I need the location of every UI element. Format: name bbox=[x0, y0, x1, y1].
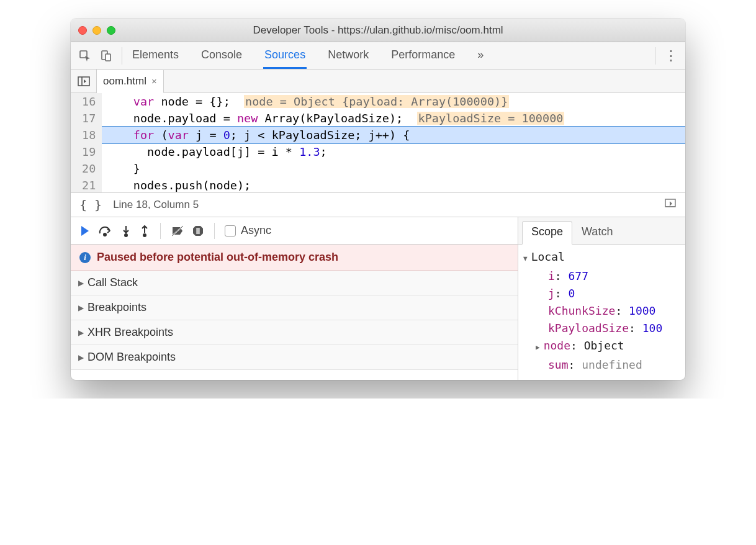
svg-rect-2 bbox=[106, 54, 110, 61]
step-over-icon[interactable] bbox=[98, 225, 113, 237]
info-icon: i bbox=[79, 252, 91, 263]
scope-variable: kChunkSize: 1000 bbox=[523, 302, 685, 320]
scope-variable: sum: undefined bbox=[523, 356, 685, 374]
svg-point-5 bbox=[104, 233, 106, 236]
code-line[interactable]: node.payload[j] = i * 1.3; bbox=[102, 143, 685, 160]
pretty-print-icon[interactable]: { } bbox=[79, 197, 102, 212]
panel-tabs: Elements Console Sources Network Perform… bbox=[127, 42, 485, 69]
tab-scope[interactable]: Scope bbox=[522, 221, 572, 245]
pause-banner: i Paused before potential out-of-memory … bbox=[71, 245, 518, 271]
section-dom-breakpoints[interactable]: ▶DOM Breakpoints bbox=[71, 345, 518, 370]
pause-on-exceptions-icon[interactable] bbox=[192, 225, 204, 237]
code-editor[interactable]: 16171819202122 var node = {}; node = Obj… bbox=[71, 93, 685, 192]
zoom-window-button[interactable] bbox=[107, 26, 115, 35]
async-label: Async bbox=[241, 224, 271, 237]
file-tab-name: oom.html bbox=[103, 75, 146, 88]
scope-body: Local i: 677j: 0kChunkSize: 1000kPayload… bbox=[518, 245, 685, 380]
debugger-left: Async i Paused before potential out-of-m… bbox=[71, 217, 518, 380]
section-breakpoints[interactable]: ▶Breakpoints bbox=[71, 295, 518, 320]
tab-elements[interactable]: Elements bbox=[131, 42, 180, 69]
file-tab[interactable]: oom.html × bbox=[97, 70, 164, 93]
inspect-element-icon[interactable] bbox=[74, 45, 96, 66]
kebab-menu-icon[interactable]: ⋮ bbox=[660, 45, 682, 66]
devtools-window: Developer Tools - https://ulan.github.io… bbox=[71, 19, 685, 380]
step-out-icon[interactable] bbox=[139, 225, 150, 237]
traffic-lights bbox=[78, 26, 115, 35]
scope-variable: i: 677 bbox=[523, 268, 685, 285]
tabs-overflow-button[interactable]: » bbox=[476, 42, 485, 69]
svg-point-7 bbox=[143, 234, 146, 236]
tab-network[interactable]: Network bbox=[326, 42, 370, 69]
close-file-icon[interactable]: × bbox=[151, 76, 157, 86]
pause-message: Paused before potential out-of-memory cr… bbox=[97, 251, 338, 264]
tab-console[interactable]: Console bbox=[200, 42, 243, 69]
window-title: Developer Tools - https://ulan.github.io… bbox=[71, 24, 685, 37]
debugger-pane: Async i Paused before potential out-of-m… bbox=[71, 217, 685, 380]
tab-watch[interactable]: Watch bbox=[572, 221, 622, 244]
section-call-stack[interactable]: ▶Call Stack bbox=[71, 271, 518, 295]
close-window-button[interactable] bbox=[78, 26, 87, 35]
resume-icon[interactable] bbox=[77, 225, 91, 237]
section-xhr-breakpoints[interactable]: ▶XHR Breakpoints bbox=[71, 320, 518, 345]
titlebar: Developer Tools - https://ulan.github.io… bbox=[71, 19, 685, 42]
svg-rect-9 bbox=[199, 228, 200, 234]
scope-variable: kPayloadSize: 100 bbox=[523, 320, 685, 337]
code-line[interactable]: } bbox=[102, 160, 685, 177]
coverage-toggle-icon[interactable] bbox=[664, 198, 677, 212]
editor-statusbar: { } Line 18, Column 5 bbox=[71, 192, 685, 217]
file-tabbar: oom.html × bbox=[71, 70, 685, 93]
code-line[interactable]: var node = {}; node = Object {payload: A… bbox=[102, 93, 685, 110]
tab-sources[interactable]: Sources bbox=[263, 42, 307, 69]
scope-panel: Scope Watch Local i: 677j: 0kChunkSize: … bbox=[518, 217, 685, 380]
checkbox-icon[interactable] bbox=[225, 225, 236, 236]
svg-rect-8 bbox=[197, 228, 198, 234]
scope-local[interactable]: Local bbox=[523, 248, 685, 268]
code-line[interactable]: for (var j = 0; j < kPayloadSize; j++) { bbox=[102, 127, 685, 143]
code-line[interactable]: node.payload = new Array(kPayloadSize); … bbox=[102, 110, 685, 127]
debug-toolbar: Async bbox=[71, 217, 518, 245]
code-line[interactable]: nodes.push(node); bbox=[102, 177, 685, 192]
code-body[interactable]: var node = {}; node = Object {payload: A… bbox=[102, 93, 685, 192]
deactivate-breakpoints-icon[interactable] bbox=[171, 225, 184, 237]
scope-variable: j: 0 bbox=[523, 285, 685, 302]
device-toolbar-icon[interactable] bbox=[96, 45, 117, 66]
line-gutter: 16171819202122 bbox=[71, 93, 102, 192]
scope-tabs: Scope Watch bbox=[518, 217, 685, 245]
step-into-icon[interactable] bbox=[120, 225, 132, 237]
tab-performance[interactable]: Performance bbox=[390, 42, 456, 69]
svg-point-6 bbox=[125, 234, 127, 236]
scope-variable[interactable]: node: Object bbox=[523, 337, 685, 356]
async-checkbox[interactable]: Async bbox=[225, 224, 271, 237]
cursor-position: Line 18, Column 5 bbox=[113, 199, 199, 211]
devtools-tabbar: Elements Console Sources Network Perform… bbox=[71, 42, 685, 70]
minimize-window-button[interactable] bbox=[92, 26, 101, 35]
navigator-toggle-icon[interactable] bbox=[71, 70, 97, 92]
